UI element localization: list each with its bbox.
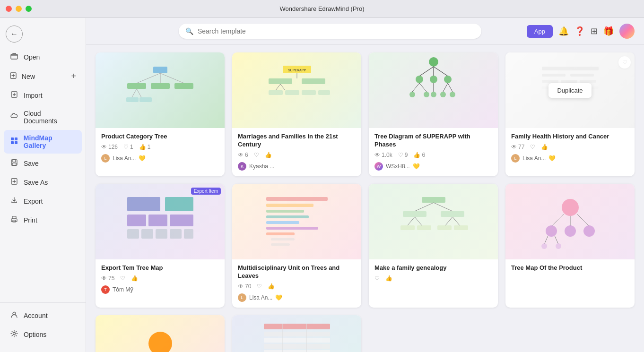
- card-stats-export-tem: 👁 75 ♡ 👍: [101, 275, 219, 282]
- sidebar-item-options[interactable]: Options: [4, 326, 82, 343]
- svg-rect-73: [170, 229, 182, 239]
- card-last[interactable]: [232, 315, 361, 352]
- avatar[interactable]: [619, 24, 635, 39]
- svg-point-38: [429, 57, 438, 67]
- thumb-icon: 👍: [131, 275, 138, 282]
- share-icon: 🎁: [603, 26, 614, 36]
- card-thumb-marriages: SUPERAPP: [232, 52, 361, 128]
- gallery-grid: Product Category Tree 👁 126 ♡ 1 👍 1 L Li…: [96, 52, 635, 352]
- svg-rect-35: [285, 90, 299, 95]
- card-colorful-map[interactable]: [96, 315, 225, 352]
- duplicate-button[interactable]: Duplicate: [548, 83, 591, 98]
- svg-rect-95: [437, 225, 452, 230]
- svg-rect-30: [269, 78, 292, 84]
- svg-rect-22: [174, 83, 193, 89]
- sidebar-item-import[interactable]: Import: [4, 86, 82, 104]
- card-body-tree-diagram: Tree Diagram of SUPERAPP with Phases 👁 1…: [369, 128, 498, 176]
- views-stat: 👁 6: [238, 152, 248, 158]
- svg-rect-72: [156, 229, 167, 239]
- svg-rect-71: [141, 229, 153, 239]
- svg-point-44: [444, 76, 452, 83]
- back-button[interactable]: ←: [6, 26, 23, 43]
- svg-rect-67: [127, 215, 146, 226]
- card-thumb-colorful: [96, 315, 225, 352]
- author-name: Lisa An...: [113, 155, 136, 162]
- sidebar-item-label-gallery: MindMap Gallery: [24, 134, 76, 149]
- app-layout: ← Open New +: [0, 18, 644, 352]
- svg-line-94: [453, 217, 460, 225]
- search-input[interactable]: [179, 24, 481, 39]
- svg-line-45: [412, 83, 419, 92]
- card-export-tem-tree-map[interactable]: Export Item Export Tem Tree Map 👁 75 ♡ 👍…: [96, 184, 225, 308]
- help-button[interactable]: ❓: [574, 26, 585, 36]
- sidebar-item-account[interactable]: Account: [4, 307, 82, 325]
- import-icon: [9, 91, 19, 100]
- minimize-button[interactable]: [16, 6, 22, 12]
- maximize-button[interactable]: [26, 6, 32, 12]
- card-thumb-last: [232, 315, 361, 352]
- plus-icon: +: [71, 71, 76, 81]
- svg-line-39: [419, 67, 434, 76]
- layout-button[interactable]: ⊞: [591, 26, 598, 36]
- card-tree-diagram-superapp[interactable]: Tree Diagram of SUPERAPP with Phases 👁 1…: [369, 52, 498, 176]
- svg-rect-83: [271, 243, 290, 246]
- sidebar-item-print[interactable]: Print: [4, 211, 82, 229]
- svg-rect-120: [264, 324, 330, 329]
- card-stats-family-health: 👁 77 ♡ 👍: [511, 144, 629, 150]
- sidebar-item-save[interactable]: Save: [4, 155, 82, 172]
- views-stat: 👁 70: [238, 283, 251, 290]
- svg-rect-26: [139, 97, 152, 102]
- card-stats-product-category-tree: 👁 126 ♡ 1 👍 1: [101, 144, 219, 150]
- card-family-health-history[interactable]: ♡ Duplicate Family Health History and Ca…: [505, 52, 635, 176]
- svg-rect-87: [403, 211, 426, 217]
- svg-rect-82: [271, 238, 295, 240]
- app-button[interactable]: App: [527, 25, 553, 38]
- svg-line-100: [577, 214, 589, 226]
- svg-point-103: [583, 225, 595, 237]
- thumb-icon: 👍: [385, 275, 392, 282]
- back-icon: ←: [10, 30, 18, 38]
- share-button[interactable]: 🎁: [603, 26, 614, 36]
- card-product-category-tree[interactable]: Product Category Tree 👁 126 ♡ 1 👍 1 L Li…: [96, 52, 225, 176]
- print-icon: [9, 215, 19, 225]
- svg-line-85: [415, 203, 434, 211]
- card-author-family-health: L Lisa An... 💛: [511, 154, 629, 163]
- svg-line-89: [408, 217, 415, 225]
- card-tree-map-product[interactable]: Tree Map Of the Product: [505, 184, 635, 308]
- svg-rect-37: [318, 90, 330, 95]
- svg-rect-66: [165, 197, 193, 211]
- sidebar-item-new[interactable]: New +: [4, 67, 82, 86]
- author-avatar: T: [101, 285, 110, 294]
- svg-point-102: [565, 225, 576, 237]
- sidebar-item-gallery[interactable]: MindMap Gallery: [4, 130, 82, 154]
- svg-text:SUPERAPP: SUPERAPP: [287, 69, 305, 72]
- pro-badge: 💛: [413, 163, 420, 170]
- sidebar-item-cloud[interactable]: Cloud Documents: [4, 105, 82, 129]
- card-multidisciplinary-unit[interactable]: Multidisciplinary Unit on Trees and Leav…: [232, 184, 361, 308]
- thumb-icon: 👍: [265, 152, 272, 158]
- card-body-marriages: Marriages and Families in the 21st Centu…: [232, 128, 361, 176]
- card-marriages-families[interactable]: SUPERAPP Marriages: [232, 52, 361, 176]
- svg-point-107: [556, 243, 561, 249]
- svg-rect-20: [127, 83, 146, 89]
- svg-line-93: [445, 217, 453, 225]
- svg-point-15: [13, 333, 16, 335]
- window-controls: [6, 6, 32, 12]
- sidebar-nav: Open New + Import: [0, 48, 86, 302]
- card-author-multidisciplinary: L Lisa An... 💛: [238, 293, 356, 302]
- thumbs-stat: 👍 1: [139, 144, 151, 150]
- likes-stat: ♡ 1: [123, 144, 133, 150]
- card-family-genealogy[interactable]: Make a family genealogy ♡ 👍: [369, 184, 498, 308]
- sidebar-item-saveas[interactable]: Save As: [4, 173, 82, 191]
- sidebar-item-export[interactable]: Export: [4, 192, 82, 210]
- svg-point-108: [148, 332, 172, 352]
- svg-rect-75: [266, 197, 328, 201]
- notification-button[interactable]: 🔔: [558, 26, 569, 36]
- sidebar-item-label-export: Export: [24, 197, 43, 205]
- help-icon: ❓: [574, 26, 585, 36]
- author-name: Lisa An...: [522, 155, 546, 162]
- card-thumb-export-tem: Export Item: [96, 184, 225, 259]
- sidebar-item-open[interactable]: Open: [4, 48, 82, 66]
- export-badge: Export Item: [191, 188, 221, 195]
- close-button[interactable]: [6, 6, 12, 12]
